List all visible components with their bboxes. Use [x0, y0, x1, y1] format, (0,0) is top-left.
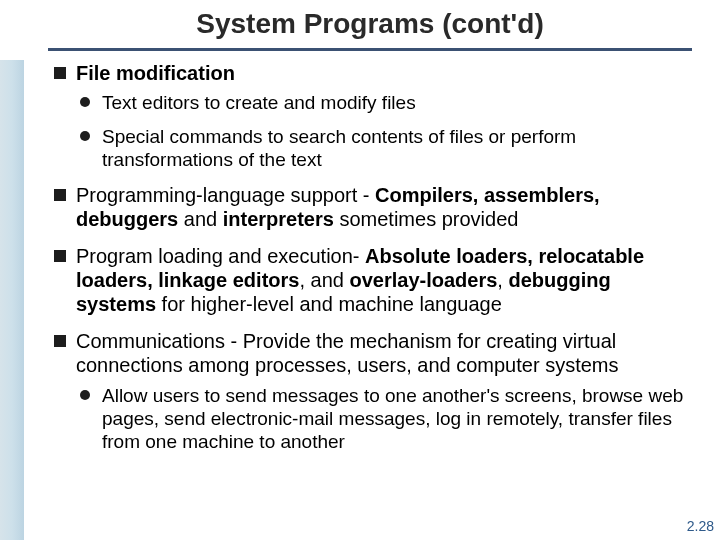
bullet-text: , and	[299, 269, 349, 291]
bullet-text: Program loading and execution-	[76, 245, 365, 267]
bullet-text: Programming-language support -	[76, 184, 375, 206]
title-rule	[48, 48, 692, 51]
bullet-text: ,	[497, 269, 508, 291]
bullet-file-modification: File modification Text editors to create…	[48, 61, 692, 171]
bullet-communications: Communications - Provide the mechanism f…	[48, 329, 692, 453]
bold-term: overlay-loaders	[349, 269, 497, 291]
bullet-lead: File modification	[76, 62, 235, 84]
page-number: 2.28	[687, 518, 714, 534]
sub-list: Text editors to create and modify files …	[76, 91, 692, 171]
bullet-text: for higher-level and machine language	[156, 293, 502, 315]
bullet-program-loading: Program loading and execution- Absolute …	[48, 244, 692, 317]
sub-bullet: Allow users to send messages to one anot…	[76, 384, 692, 454]
bullet-prog-lang-support: Programming-language support - Compilers…	[48, 183, 692, 232]
bullet-text: sometimes provided	[334, 208, 519, 230]
bullet-text: and	[178, 208, 222, 230]
sub-list: Allow users to send messages to one anot…	[76, 384, 692, 454]
left-accent-bar	[0, 60, 24, 540]
sub-bullet: Text editors to create and modify files	[76, 91, 692, 114]
slide-title: System Programs (cont'd)	[196, 8, 543, 44]
bullet-text: Communications - Provide the mechanism f…	[76, 330, 618, 376]
bullet-list: File modification Text editors to create…	[48, 61, 692, 453]
bold-term: interpreters	[223, 208, 334, 230]
slide-body: System Programs (cont'd) File modificati…	[24, 0, 720, 540]
sub-bullet: Special commands to search contents of f…	[76, 125, 692, 171]
